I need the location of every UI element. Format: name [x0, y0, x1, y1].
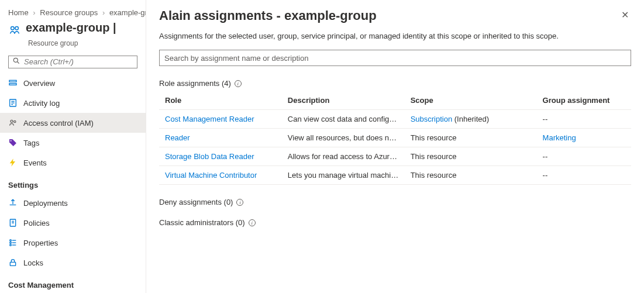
- lock-icon: [8, 258, 18, 267]
- svg-point-18: [10, 244, 12, 246]
- role-scope: Subscription (Inherited): [405, 110, 537, 129]
- col-scope[interactable]: Scope: [405, 91, 537, 110]
- breadcrumb-home[interactable]: Home: [8, 8, 29, 17]
- close-button[interactable]: ✕: [619, 8, 631, 22]
- role-description: Lets you manage virtual machin…: [282, 166, 405, 185]
- svg-point-14: [10, 240, 12, 242]
- nav-label: Events: [23, 158, 47, 167]
- info-icon[interactable]: i: [236, 199, 243, 206]
- role-assignments-heading: Role assignments (4) i: [159, 79, 631, 88]
- nav-locks[interactable]: Locks: [0, 253, 146, 273]
- nav-list-main: Overview Activity log Access control (IA…: [0, 73, 146, 173]
- sidebar: Home › Resource groups › example-group e…: [0, 0, 146, 293]
- nav-label: Tags: [23, 139, 39, 147]
- role-link[interactable]: Reader: [165, 133, 190, 142]
- page-title: example-group |: [26, 21, 116, 35]
- table-row[interactable]: Reader View all resources, but does not……: [159, 129, 631, 147]
- page-subtitle: Resource group: [0, 39, 146, 53]
- nav-list-settings: Deployments Policies Properties Locks: [0, 193, 146, 273]
- role-description: View all resources, but does not…: [282, 129, 405, 147]
- group-assignment: --: [537, 147, 631, 166]
- classic-admins-label: Classic administrators (0): [159, 218, 245, 227]
- role-link[interactable]: Cost Management Reader: [165, 115, 254, 123]
- svg-point-11: [14, 120, 16, 122]
- resource-title-row: example-group |: [0, 21, 146, 39]
- events-icon: [8, 158, 18, 167]
- svg-rect-4: [9, 80, 16, 82]
- nav-tags[interactable]: Tags: [0, 133, 146, 153]
- nav-properties[interactable]: Properties: [0, 233, 146, 253]
- group-link[interactable]: Marketing: [543, 133, 576, 142]
- assignments-panel: Alain assignments - example-group ✕ Assi…: [146, 0, 644, 293]
- panel-title: Alain assignments - example-group: [159, 8, 377, 23]
- tags-icon: [8, 138, 18, 147]
- nav-section-settings: Settings: [0, 173, 146, 193]
- nav-label: Deployments: [23, 199, 68, 208]
- nav-activity-log[interactable]: Activity log: [0, 93, 146, 113]
- table-row[interactable]: Cost Management Reader Can view cost dat…: [159, 110, 631, 129]
- role-scope: This resource: [405, 129, 537, 147]
- scope-suffix: (Inherited): [452, 115, 489, 123]
- role-assignments-table: Role Description Scope Group assignment …: [159, 91, 631, 185]
- col-role[interactable]: Role: [159, 91, 282, 110]
- svg-line-3: [18, 62, 19, 64]
- nav-events[interactable]: Events: [0, 153, 146, 173]
- sidebar-search-input[interactable]: [20, 57, 133, 66]
- nav-label: Policies: [23, 219, 50, 227]
- overview-icon: [8, 78, 18, 88]
- col-group[interactable]: Group assignment: [537, 91, 631, 110]
- svg-point-0: [11, 26, 14, 30]
- nav-label: Properties: [23, 239, 58, 247]
- assignment-search-input[interactable]: [159, 50, 631, 66]
- scope-link[interactable]: Subscription: [411, 115, 453, 123]
- chevron-right-icon: ›: [33, 8, 35, 17]
- nav-label: Overview: [23, 79, 55, 88]
- role-scope: This resource: [405, 147, 537, 166]
- activity-log-icon: [8, 98, 18, 108]
- info-icon[interactable]: i: [235, 80, 242, 87]
- svg-rect-5: [9, 84, 16, 85]
- breadcrumb: Home › Resource groups › example-group: [0, 6, 146, 21]
- nav-access-control[interactable]: Access control (IAM): [0, 113, 146, 133]
- nav-policies[interactable]: Policies: [0, 213, 146, 233]
- table-header-row: Role Description Scope Group assignment: [159, 91, 631, 110]
- deny-assignments-heading: Deny assignments (0) i: [159, 198, 631, 206]
- properties-icon: [8, 238, 18, 247]
- nav-label: Access control (IAM): [23, 119, 94, 127]
- role-scope: This resource: [405, 166, 537, 185]
- panel-description: Assignments for the selected user, group…: [159, 32, 631, 40]
- search-icon: [12, 57, 20, 67]
- resource-group-icon: [8, 21, 21, 38]
- svg-point-16: [10, 242, 12, 244]
- nav-section-cost: Cost Management: [0, 273, 146, 293]
- sidebar-search[interactable]: [8, 56, 137, 68]
- table-row[interactable]: Storage Blob Data Reader Allows for read…: [159, 147, 631, 166]
- group-assignment: --: [537, 166, 631, 185]
- deny-assignments-label: Deny assignments (0): [159, 198, 233, 206]
- svg-point-1: [15, 26, 18, 30]
- role-assignments-label: Role assignments (4): [159, 79, 231, 88]
- access-control-icon: [8, 118, 18, 127]
- svg-rect-20: [10, 262, 15, 266]
- nav-overview[interactable]: Overview: [0, 73, 146, 93]
- policies-icon: [8, 218, 18, 227]
- breadcrumb-resource-groups[interactable]: Resource groups: [40, 8, 98, 17]
- role-description: Can view cost data and configur…: [282, 110, 405, 129]
- classic-admins-heading: Classic administrators (0) i: [159, 218, 631, 227]
- chevron-right-icon: ›: [102, 8, 105, 17]
- col-description[interactable]: Description: [282, 91, 405, 110]
- svg-point-2: [13, 58, 18, 63]
- nav-label: Activity log: [23, 99, 60, 108]
- breadcrumb-example-group[interactable]: example-group: [109, 8, 146, 17]
- nav-deployments[interactable]: Deployments: [0, 193, 146, 213]
- table-row[interactable]: Virtual Machine Contributor Lets you man…: [159, 166, 631, 185]
- role-link[interactable]: Virtual Machine Contributor: [165, 171, 257, 180]
- role-link[interactable]: Storage Blob Data Reader: [165, 152, 254, 161]
- close-icon: ✕: [621, 10, 629, 20]
- nav-label: Locks: [23, 258, 43, 267]
- info-icon[interactable]: i: [249, 219, 256, 226]
- group-assignment: --: [537, 110, 631, 129]
- svg-point-12: [11, 140, 12, 142]
- role-description: Allows for read access to Azure …: [282, 147, 405, 166]
- deployments-icon: [8, 198, 18, 208]
